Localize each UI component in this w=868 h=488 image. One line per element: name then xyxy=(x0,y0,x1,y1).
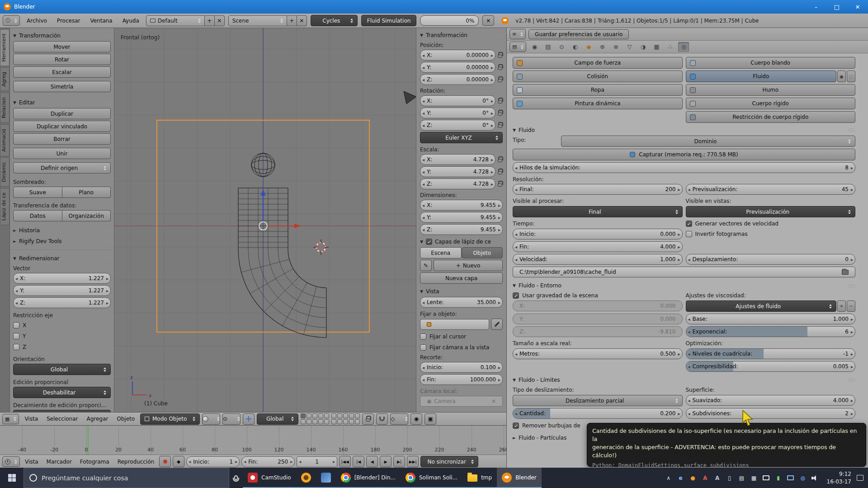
tab-world-icon[interactable]: ◐ xyxy=(570,42,580,52)
orientation-dropdown[interactable]: Global xyxy=(13,364,111,375)
rotation-y-field[interactable]: Y:0° xyxy=(420,108,495,118)
dimension-z-field[interactable]: Z:9.455 xyxy=(420,224,503,235)
jump-to-start-button[interactable]: |◀◀ xyxy=(339,456,351,467)
speed-field[interactable]: Velocidad:1.000 xyxy=(513,254,683,265)
smoke-button[interactable]: Humo xyxy=(686,84,856,96)
toolshelf-tab-agregar[interactable]: Agreg xyxy=(0,67,9,91)
cortana-search-box[interactable]: Pregúntame cualquier cosa xyxy=(24,468,229,488)
taskbar-app-explorer-tmp[interactable]: tmp xyxy=(462,468,497,488)
tray-phone-icon[interactable]: ▯ xyxy=(725,474,734,483)
shade-smooth-button[interactable]: Suave xyxy=(13,187,62,198)
final-resolution-field[interactable]: Final:200 xyxy=(513,184,683,195)
view-menu[interactable]: Vista xyxy=(21,416,41,422)
cancel-job-button[interactable]: ✕ xyxy=(482,15,494,26)
rotation-x-field[interactable]: X:0° xyxy=(420,95,495,106)
lock-scale-x-icon[interactable] xyxy=(497,156,503,163)
tab-render-layers-icon[interactable]: ▤ xyxy=(542,42,553,52)
editor-type-userprefs-icon[interactable]: ≡ xyxy=(509,29,526,39)
duplicate-button[interactable]: Duplicar xyxy=(13,108,111,119)
rotation-mode-dropdown[interactable]: Euler XYZ xyxy=(420,132,503,143)
layers-widget-right[interactable] xyxy=(331,413,360,424)
tab-physics-icon[interactable]: ◎ xyxy=(678,42,689,52)
minimize-button[interactable]: – xyxy=(806,0,826,14)
fluid-render-visibility-icon[interactable]: ◉ xyxy=(837,70,846,82)
tray-usb-icon[interactable]: ▦ xyxy=(750,474,759,483)
render-display-dropdown[interactable]: Final xyxy=(513,206,683,217)
lens-field[interactable]: Lente:35.000 xyxy=(420,297,503,308)
delete-scene-button[interactable]: ✕ xyxy=(297,15,307,26)
delete-button[interactable]: Borrar xyxy=(13,133,111,145)
lock-rotation-x-icon[interactable] xyxy=(497,98,503,104)
preview-resolution-field[interactable]: Previsualización:45 xyxy=(686,184,856,195)
tray-printer-icon[interactable]: ▤ xyxy=(737,474,746,483)
tray-chevron-icon[interactable]: ∧ xyxy=(664,474,673,483)
close-button[interactable]: ✕ xyxy=(847,0,868,14)
time-start-field[interactable]: Inicio:0.000 xyxy=(513,229,683,239)
lock-camera-checkbox[interactable] xyxy=(420,344,426,351)
lock-scale-y-icon[interactable] xyxy=(497,169,503,175)
panel-header-redimensionar[interactable]: ▼Redimensionar xyxy=(13,253,111,264)
tray-letter-a-icon[interactable]: A xyxy=(701,474,710,483)
taskbar-app-chrome-soliman[interactable]: Soliman Soli... xyxy=(401,468,462,488)
tab-modifiers-icon[interactable]: ⊗ xyxy=(610,42,621,52)
eyedropper-button[interactable] xyxy=(491,319,503,330)
panel-header-fluid-world[interactable]: ▼Fluido - Entorno xyxy=(513,280,855,291)
manipulator-toggle[interactable] xyxy=(243,413,255,425)
taskbar-clock[interactable]: 9:12 16-03-17 xyxy=(823,468,855,488)
opengl-render-anim-button[interactable]: ▣ xyxy=(425,413,436,425)
gp-new-layer-button[interactable]: Nueva capa xyxy=(420,272,503,284)
jump-next-keyframe-button[interactable]: ▶| xyxy=(393,456,405,467)
fluid-viewport-visibility-icon[interactable]: ◌ xyxy=(847,70,855,82)
axis-z-checkbox[interactable] xyxy=(13,344,19,350)
viewport-display-dropdown[interactable]: Previsualización xyxy=(686,206,856,217)
lock-rotation-y-icon[interactable] xyxy=(497,110,503,116)
clip-end-field[interactable]: Fin:1000.000 xyxy=(420,374,503,385)
toolshelf-tab-relaciones[interactable]: Relacion xyxy=(0,93,9,123)
tray-display2-icon[interactable] xyxy=(786,474,795,483)
location-x-field[interactable]: X:0.00000 xyxy=(420,50,495,61)
save-user-preferences-button[interactable]: Guardar preferencias de usuario xyxy=(528,29,629,39)
clear-camera-icon[interactable]: ✕ xyxy=(491,398,496,404)
editor-type-properties-icon[interactable]: ▤ xyxy=(509,42,526,52)
mirror-button[interactable]: Simetría xyxy=(13,81,111,92)
clip-start-field[interactable]: Inicio:0.100 xyxy=(420,362,503,373)
lock-scale-z-icon[interactable] xyxy=(497,181,503,187)
meters-field[interactable]: Metros:0.500 xyxy=(513,348,683,359)
menu-ayuda[interactable]: Ayuda xyxy=(119,18,142,24)
tab-material-icon[interactable]: ◑ xyxy=(637,42,648,52)
open-folder-icon[interactable] xyxy=(842,270,849,275)
taskbar-app-flower[interactable] xyxy=(296,468,316,488)
grid-levels-field[interactable]: Niveles de cuadrícula:-1 xyxy=(686,348,856,359)
record-button[interactable] xyxy=(159,456,171,467)
menu-ventana[interactable]: Ventana xyxy=(87,18,115,24)
shading-dropdown[interactable] xyxy=(202,413,220,425)
remove-preset-button[interactable]: − xyxy=(847,300,855,312)
rigid-body-button[interactable]: Cuerpo rígido xyxy=(686,98,856,109)
layers-widget-left[interactable] xyxy=(301,413,329,424)
scale-y-field[interactable]: Y:4.728 xyxy=(420,166,495,177)
panel-header-rigify[interactable]: ►Rigify Dev Tools xyxy=(13,236,111,247)
toolshelf-tab-herramientas[interactable]: Herramient xyxy=(0,29,9,66)
lock-location-x-icon[interactable] xyxy=(497,52,503,58)
editor-type-info-icon[interactable]: ⓘ xyxy=(3,15,20,26)
add-menu[interactable]: Agregar xyxy=(83,416,111,422)
frame-end-field[interactable]: Fin:250 xyxy=(241,456,295,467)
scale-x-field[interactable]: X:4.728 xyxy=(420,154,495,165)
scene-selector[interactable]: Scene + ✕ xyxy=(228,15,307,26)
axis-y-checkbox[interactable] xyxy=(13,333,19,339)
scale-button[interactable]: Escalar xyxy=(13,66,111,78)
cache-path-field[interactable]: C:\tmp\blender_a09108\cache_fluid xyxy=(513,267,855,277)
proportional-edit-dropdown[interactable]: Deshabilitar xyxy=(13,387,111,398)
frame-offset-field[interactable]: Desplazamiento:0 xyxy=(686,254,856,265)
maximize-button[interactable]: □ xyxy=(826,0,847,14)
timeline-ruler[interactable]: -40 -20 0 20 40 60 80 100 120 140 160 18… xyxy=(0,426,506,455)
delete-layout-button[interactable]: ✕ xyxy=(215,15,225,26)
slip-amount-field[interactable]: Cantidad:0.200 xyxy=(513,408,683,419)
transform-orientation-dropdown[interactable]: Global xyxy=(257,413,298,425)
force-field-button[interactable]: Campo de fuerza xyxy=(513,57,683,69)
grease-pencil-checkbox[interactable]: ✓ xyxy=(426,239,432,245)
taskbar-app-photos[interactable] xyxy=(316,468,336,488)
axis-x-checkbox[interactable] xyxy=(13,322,19,328)
local-camera-field[interactable]: ◉Camera✕ xyxy=(420,396,503,407)
lock-to-cursor-checkbox[interactable] xyxy=(420,333,426,340)
